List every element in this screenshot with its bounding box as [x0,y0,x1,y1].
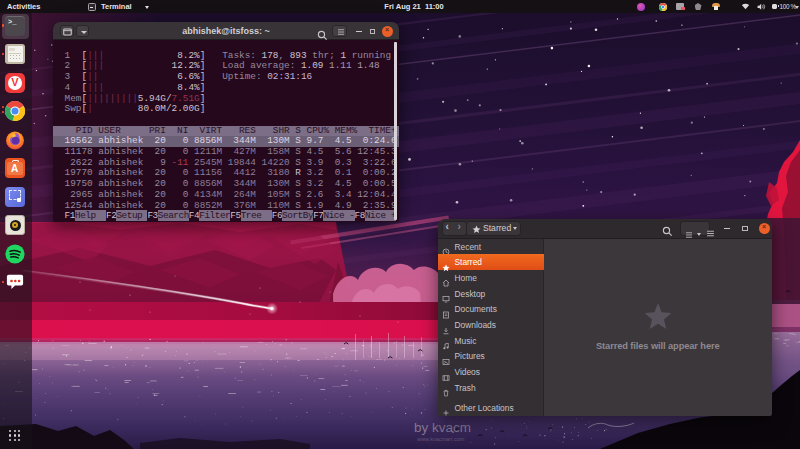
svg-text:www.kvacmart.com: www.kvacmart.com [416,436,465,442]
svg-text:by kvacm: by kvacm [414,420,471,435]
